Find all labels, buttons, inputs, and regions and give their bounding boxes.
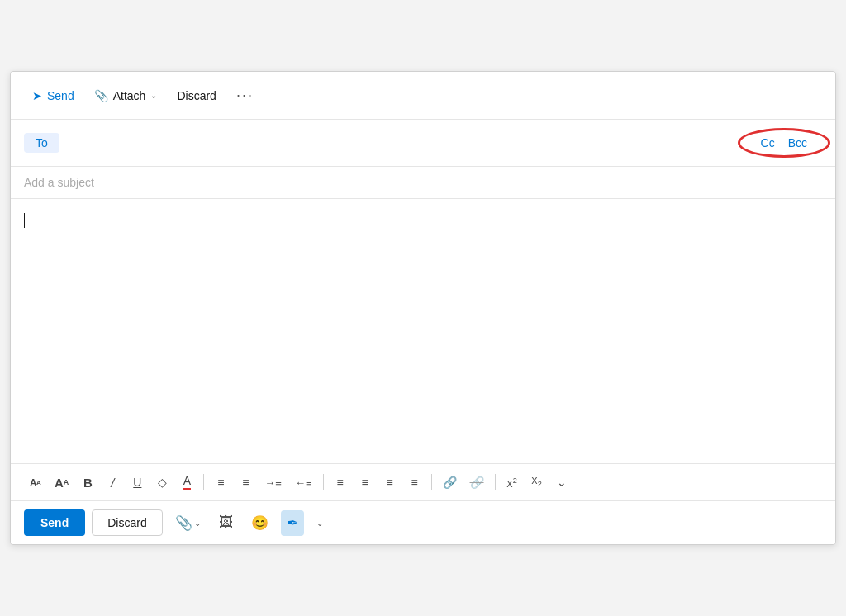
attach-label: Attach: [113, 89, 146, 102]
paperclip-icon: 📎: [94, 89, 108, 102]
bcc-button[interactable]: Bcc: [788, 136, 807, 149]
align-justify-button[interactable]: ≡: [403, 471, 426, 494]
cc-bcc-area: Cc Bcc: [746, 130, 822, 156]
text-cursor: [24, 213, 25, 228]
indent-increase-button[interactable]: →≡: [259, 471, 288, 494]
discard-label: Discard: [177, 89, 216, 102]
bottom-attach-button[interactable]: 📎 ⌄: [169, 510, 207, 536]
top-send-button[interactable]: ➤ Send: [24, 84, 83, 107]
cc-button[interactable]: Cc: [761, 136, 775, 149]
signature-icon: ✒: [287, 514, 298, 532]
attach-dropdown-icon: ⌄: [194, 519, 201, 528]
discard-button[interactable]: Discard: [169, 84, 224, 107]
clear-format-button[interactable]: ◇: [150, 471, 173, 494]
bullets-button[interactable]: ≡: [209, 471, 232, 494]
subscript-button[interactable]: X2: [525, 471, 549, 494]
align-right-button[interactable]: ≡: [378, 471, 402, 494]
insert-emoji-button[interactable]: 😊: [245, 510, 274, 536]
emoji-icon: 😊: [251, 514, 269, 532]
underline-button[interactable]: U: [126, 471, 149, 494]
font-color-button[interactable]: A: [175, 471, 198, 494]
insert-link-button[interactable]: 🔗: [437, 471, 463, 494]
more-icon: ···: [236, 87, 254, 104]
attach-chevron-icon: ⌄: [150, 91, 157, 100]
recipients-row: To Cc Bcc: [11, 120, 835, 167]
divider-4: [495, 474, 496, 490]
numbered-list-button[interactable]: ≡: [234, 471, 257, 494]
insert-image-button[interactable]: 🖼: [213, 510, 239, 535]
divider-1: [203, 474, 204, 490]
bottom-toolbar: Send Discard 📎 ⌄ 🖼 😊 ✒ ⌄: [11, 500, 835, 544]
divider-3: [431, 474, 432, 490]
format-toolbar: AA AA B / U ◇ A ≡ ≡ →≡ ←≡: [11, 463, 835, 500]
send-arrow-icon: ➤: [32, 89, 42, 102]
align-center-button[interactable]: ≡: [354, 471, 377, 494]
bottom-discard-button[interactable]: Discard: [92, 509, 162, 536]
subject-row: [11, 167, 835, 199]
bottom-paperclip-icon: 📎: [175, 514, 192, 532]
format-more-button[interactable]: ⌄: [550, 471, 573, 494]
bottom-more-icon: ⌄: [316, 519, 323, 528]
bottom-more-button[interactable]: ⌄: [311, 514, 329, 532]
top-send-label: Send: [47, 89, 74, 102]
divider-2: [323, 474, 324, 490]
more-options-button[interactable]: ···: [228, 82, 262, 109]
image-icon: 🖼: [219, 514, 233, 531]
top-toolbar: ➤ Send 📎 Attach ⌄ Discard ···: [11, 72, 835, 120]
remove-link-button[interactable]: 🔗: [464, 471, 490, 494]
bold-button[interactable]: B: [76, 471, 99, 494]
indent-decrease-button[interactable]: ←≡: [289, 471, 318, 494]
align-left-button[interactable]: ≡: [329, 471, 352, 494]
decrease-font-size-button[interactable]: AA: [24, 471, 47, 494]
cc-bcc-circle: Cc Bcc: [746, 130, 822, 156]
to-button[interactable]: To: [24, 133, 59, 153]
italic-button[interactable]: /: [101, 471, 124, 494]
send-button[interactable]: Send: [24, 509, 85, 536]
superscript-button[interactable]: X2: [501, 471, 524, 494]
compose-window: ➤ Send 📎 Attach ⌄ Discard ··· To Cc Bc: [10, 71, 836, 545]
subject-input[interactable]: [24, 176, 822, 189]
signature-button[interactable]: ✒: [281, 510, 304, 536]
to-input[interactable]: [69, 136, 746, 149]
attach-button[interactable]: 📎 Attach ⌄: [86, 84, 166, 107]
increase-font-size-button[interactable]: AA: [49, 471, 74, 494]
body-area[interactable]: [11, 199, 835, 463]
